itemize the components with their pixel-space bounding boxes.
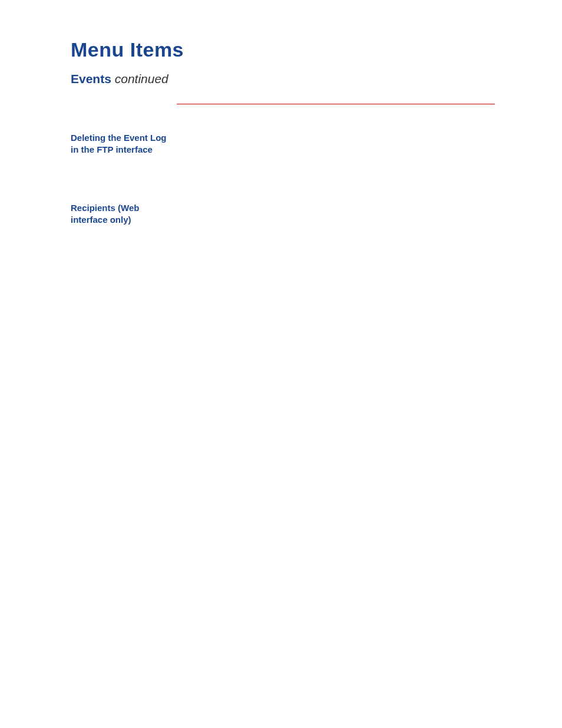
sidebar-heading-delete-event-log: Deleting the Event Log in the FTP interf… [71,132,171,156]
section-status: continued [115,72,168,85]
page-subtitle: Events continued [71,72,497,86]
divider-rule [177,104,495,104]
sidebar-heading-recipients: Recipients (Web interface only) [71,202,171,226]
page-title: Menu Items [71,38,497,61]
section-name: Events [71,72,111,85]
sidebar: Deleting the Event Log in the FTP interf… [71,132,171,226]
document-page: Menu Items Events continued Deleting the… [0,0,562,728]
